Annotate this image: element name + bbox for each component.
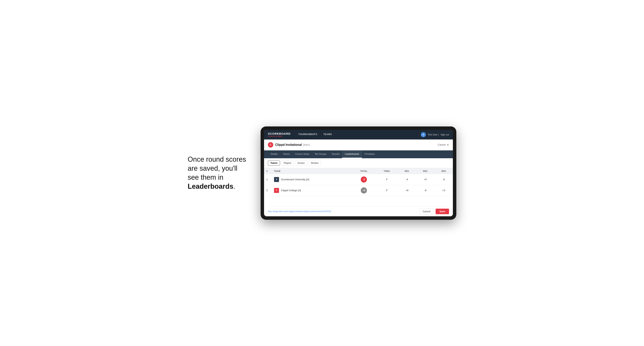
- col-header-total: TOTAL: [352, 168, 376, 174]
- nav-right-area: S Test User | Sign out: [421, 132, 449, 137]
- score-badge-gray: +3: [361, 187, 367, 193]
- tournament-icon: C: [268, 142, 273, 148]
- team-name: Scoreboard University [A]: [281, 178, 309, 181]
- team-logo: C: [274, 188, 279, 193]
- tablet-frame: SCOREBOARD Powered by clippd TOURNAMENTS…: [260, 127, 456, 220]
- leaderboard-table: # TEAM TOTAL THRU RD1 RD2 RD3 1: [264, 168, 453, 196]
- total-cell: -5: [352, 174, 376, 185]
- leaderboard-content: # TEAM TOTAL THRU RD1 RD2 RD3 1: [264, 168, 453, 206]
- filter-teams-button[interactable]: Teams: [268, 161, 280, 166]
- tab-results[interactable]: Results: [329, 150, 342, 158]
- sidebar-text-bold: Leaderboards: [188, 182, 233, 190]
- tablet-screen: SCOREBOARD Powered by clippd TOURNAMENTS…: [264, 130, 453, 216]
- team-cell: S Scoreboard University [A]: [272, 174, 352, 185]
- tournament-header: C Clippd Invitational (Men) Cancel ✕: [264, 140, 453, 150]
- nav-item-tournaments[interactable]: TOURNAMENTS: [295, 130, 320, 140]
- nav-item-teams[interactable]: TEAMS: [320, 130, 335, 140]
- sidebar-text-main: Once round scores are saved, you'll see …: [188, 155, 246, 181]
- filter-strokes-button[interactable]: Strokes: [308, 161, 321, 166]
- total-cell: +3: [352, 185, 376, 196]
- logo-sub: Powered by clippd: [268, 135, 290, 137]
- col-header-team: TEAM: [272, 168, 352, 174]
- tab-teams[interactable]: Teams: [280, 150, 292, 158]
- rd1-cell: -4: [398, 174, 416, 185]
- user-avatar: S: [421, 132, 426, 137]
- cancel-button[interactable]: Cancel: [419, 208, 434, 214]
- tab-printables[interactable]: Printables: [362, 150, 378, 158]
- tab-leaderboards[interactable]: Leaderboards: [342, 150, 362, 158]
- col-header-rank: #: [264, 168, 272, 174]
- rank-cell: 1: [264, 174, 272, 185]
- score-badge-red: -5: [361, 176, 367, 182]
- col-header-rd3: RD3: [434, 168, 453, 174]
- col-header-rd2: RD2: [416, 168, 435, 174]
- tournament-title: Clippd Invitational: [275, 143, 302, 147]
- table-row: 1 S Scoreboard University [A] -5 F: [264, 174, 453, 185]
- logo-area: SCOREBOARD Powered by clippd: [268, 132, 290, 137]
- save-button[interactable]: Save: [436, 209, 449, 214]
- top-navigation: SCOREBOARD Powered by clippd TOURNAMENTS…: [264, 130, 453, 140]
- tab-tee-groups[interactable]: Tee Groups: [312, 150, 329, 158]
- main-nav: TOURNAMENTS TEAMS: [295, 130, 421, 140]
- signout-link[interactable]: Sign out: [440, 133, 449, 136]
- footer-bar: https://stage-blue-coach.stagescoreboard…: [264, 206, 453, 216]
- col-header-rd1: RD1: [398, 168, 416, 174]
- thru-cell: F: [376, 174, 398, 185]
- team-cell: C Clippd College [A]: [272, 185, 352, 196]
- filter-scores-button[interactable]: Scores: [295, 161, 307, 166]
- rd2-cell: +5: [416, 174, 435, 185]
- close-icon: ✕: [447, 143, 449, 146]
- tournament-subtitle: (Men): [303, 143, 310, 146]
- rd2-cell: -8: [416, 185, 435, 196]
- cancel-top-button[interactable]: Cancel ✕: [438, 143, 449, 146]
- team-name: Clippd College [A]: [281, 189, 301, 192]
- thru-cell: F: [376, 185, 398, 196]
- rd1-cell: +8: [398, 185, 416, 196]
- sidebar-description: Once round scores are saved, you'll see …: [188, 155, 249, 191]
- filter-players-button[interactable]: Players: [281, 161, 294, 166]
- tab-details[interactable]: Details: [268, 150, 280, 158]
- table-row: 2 C Clippd College [A] +3 F: [264, 185, 453, 196]
- sub-navigation: Details Teams Course Setup Tee Groups Re…: [264, 150, 453, 158]
- user-label: Test User |: [428, 133, 439, 136]
- logo-text: SCOREBOARD: [268, 132, 290, 135]
- rank-cell: 2: [264, 185, 272, 196]
- tab-course-setup[interactable]: Course Setup: [292, 150, 312, 158]
- footer-url: https://stage-blue-coach.stagescoreboard…: [268, 210, 331, 212]
- rd3-cell: -6: [434, 174, 453, 185]
- filter-row: Teams Players Scores Strokes: [264, 158, 453, 168]
- team-logo: S: [274, 177, 279, 182]
- col-header-thru: THRU: [376, 168, 398, 174]
- rd3-cell: +3: [434, 185, 453, 196]
